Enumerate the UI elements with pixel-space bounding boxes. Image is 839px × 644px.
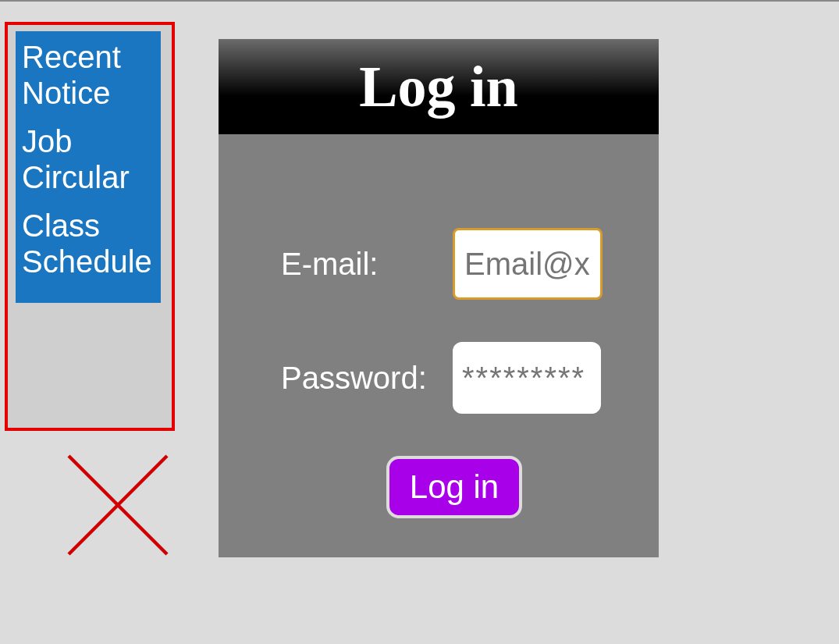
email-label: E-mail: xyxy=(281,247,453,282)
email-field[interactable] xyxy=(453,228,603,300)
sidebar-item-recent-notice[interactable]: Recent Notice xyxy=(22,39,155,111)
email-row: E-mail: xyxy=(281,228,627,300)
login-title: Log in xyxy=(359,54,518,120)
password-label: Password: xyxy=(281,361,453,396)
sidebar: Recent Notice Job Circular Class Schedul… xyxy=(16,31,161,303)
password-row: Password: xyxy=(281,342,627,414)
login-form: E-mail: Password: Log in xyxy=(219,134,659,557)
close-icon[interactable] xyxy=(59,447,176,564)
login-button[interactable]: Log in xyxy=(386,456,522,518)
submit-row: Log in xyxy=(281,456,627,518)
sidebar-container: Recent Notice Job Circular Class Schedul… xyxy=(5,22,175,431)
login-header: Log in xyxy=(219,39,659,134)
login-panel: Log in E-mail: Password: Log in xyxy=(219,39,659,557)
password-field[interactable] xyxy=(453,342,601,414)
sidebar-item-job-circular[interactable]: Job Circular xyxy=(22,123,155,195)
sidebar-item-class-schedule[interactable]: Class Schedule xyxy=(22,208,155,279)
